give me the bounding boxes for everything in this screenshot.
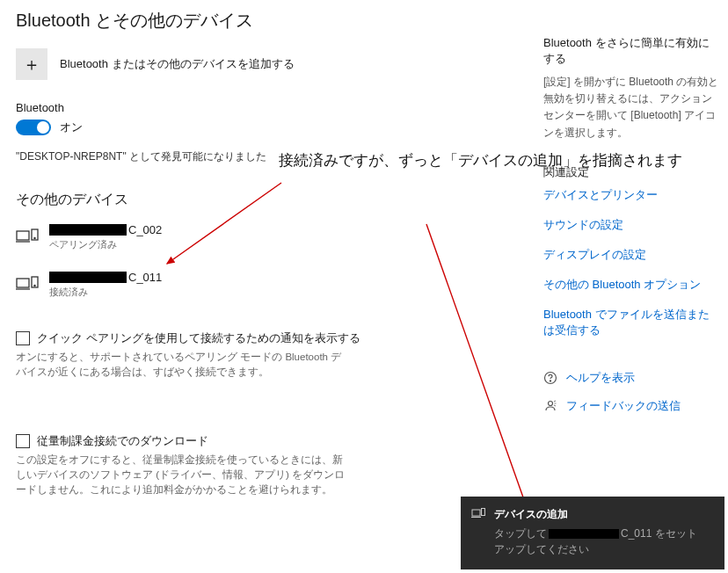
add-device-button[interactable]: ＋ bbox=[16, 48, 47, 80]
link-bt-send-receive[interactable]: Bluetooth でファイルを送信または受信する bbox=[543, 307, 719, 338]
help-link[interactable]: ヘルプを表示 bbox=[543, 370, 719, 386]
link-sound-settings[interactable]: サウンドの設定 bbox=[543, 217, 719, 233]
device-icon bbox=[16, 275, 39, 294]
device-status: 接続済み bbox=[49, 286, 162, 299]
device-row[interactable]: C_002 ペアリング済み bbox=[16, 218, 508, 257]
feedback-link[interactable]: フィードバックの送信 bbox=[543, 398, 719, 414]
svg-rect-13 bbox=[472, 510, 480, 516]
link-other-bt-options[interactable]: その他の Bluetooth オプション bbox=[543, 277, 719, 293]
other-devices-heading: その他のデバイス bbox=[16, 191, 508, 209]
bluetooth-toggle[interactable] bbox=[16, 120, 51, 135]
svg-rect-4 bbox=[17, 279, 29, 287]
tip-title: Bluetooth をさらに簡単に有効にする bbox=[543, 35, 719, 67]
metered-desc: この設定をオフにすると、従量制課金接続を使っているときには、新しいデバイスのソフ… bbox=[16, 453, 350, 498]
feedback-icon bbox=[543, 399, 557, 413]
device-name-redacted bbox=[49, 224, 127, 236]
svg-point-10 bbox=[549, 401, 553, 405]
toast-text-line2: アップしてください bbox=[494, 541, 589, 557]
device-status: ペアリング済み bbox=[49, 238, 162, 251]
page-title: Bluetooth とその他のデバイス bbox=[16, 9, 508, 33]
quick-pairing-label: クイック ペアリングを使用して接続するための通知を表示する bbox=[37, 330, 360, 346]
device-icon bbox=[16, 228, 39, 247]
bluetooth-toggle-state: オン bbox=[60, 120, 83, 135]
related-heading: 関連設定 bbox=[543, 164, 719, 180]
toast-device-icon bbox=[471, 507, 485, 521]
bluetooth-section-label: Bluetooth bbox=[16, 101, 508, 114]
svg-point-9 bbox=[550, 381, 550, 381]
device-row[interactable]: C_011 接続済み bbox=[16, 265, 508, 304]
add-device-toast[interactable]: デバイスの追加 タップして C_011 をセット アップしてください bbox=[461, 497, 724, 569]
toast-text-suffix: C_011 をセット bbox=[621, 526, 697, 541]
metered-checkbox[interactable] bbox=[16, 434, 30, 448]
metered-label: 従量制課金接続でのダウンロード bbox=[37, 433, 208, 449]
device-name-redacted bbox=[49, 272, 127, 283]
add-device-label: Bluetooth またはその他のデバイスを追加する bbox=[60, 56, 295, 72]
quick-pairing-desc: オンにすると、サポートされているペアリング モードの Bluetooth デバイ… bbox=[16, 350, 350, 381]
discoverable-text: "DESKTOP-NREP8NT" として発見可能になりました bbox=[16, 149, 508, 164]
toast-title: デバイスの追加 bbox=[494, 507, 712, 522]
link-display-settings[interactable]: ディスプレイの設定 bbox=[543, 247, 719, 263]
tip-desc: [設定] を開かずに Bluetooth の有効と無効を切り替えるには、アクショ… bbox=[543, 74, 719, 141]
toast-name-redacted bbox=[549, 529, 619, 539]
help-label: ヘルプを表示 bbox=[566, 370, 635, 386]
svg-point-3 bbox=[34, 237, 35, 238]
help-icon bbox=[543, 371, 557, 385]
device-name-suffix: C_002 bbox=[128, 223, 162, 236]
link-devices-printers[interactable]: デバイスとプリンター bbox=[543, 187, 719, 203]
svg-rect-15 bbox=[482, 509, 485, 516]
quick-pairing-checkbox[interactable] bbox=[16, 331, 30, 345]
feedback-label: フィードバックの送信 bbox=[566, 398, 681, 414]
svg-rect-0 bbox=[17, 231, 29, 240]
svg-point-7 bbox=[34, 285, 35, 286]
device-name-suffix: C_011 bbox=[128, 271, 162, 284]
toast-text-pre: タップして bbox=[494, 526, 547, 541]
plus-icon: ＋ bbox=[23, 53, 40, 76]
